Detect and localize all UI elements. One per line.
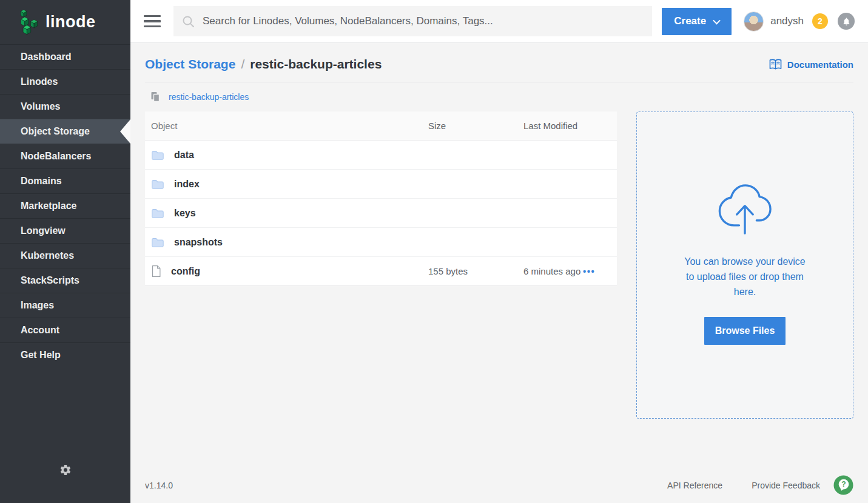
object-name-link[interactable]: config	[171, 266, 200, 277]
sidebar-item-label: Longview	[21, 225, 66, 236]
breadcrumb-object-storage-link[interactable]: Object Storage	[145, 57, 235, 71]
object-table: Object Size Last Modified data	[145, 112, 617, 286]
bucket-link-row: restic-backup-articles	[145, 92, 853, 102]
sidebar-item-label: Account	[21, 325, 59, 335]
sidebar-nav: DashboardLinodesVolumesObject StorageNod…	[0, 44, 130, 367]
linode-logo[interactable]: linode	[0, 0, 130, 44]
sidebar: linode DashboardLinodesVolumesObject Sto…	[0, 0, 130, 503]
table-header-row: Object Size Last Modified	[145, 112, 617, 141]
table-row: keys	[145, 199, 617, 228]
bucket-name-link[interactable]: restic-backup-articles	[169, 92, 249, 102]
notifications-bell-button[interactable]	[838, 13, 855, 30]
avatar[interactable]	[744, 12, 764, 32]
page-content: Object Storage/restic-backup-articles Do…	[130, 43, 868, 419]
app-root: linode DashboardLinodesVolumesObject Sto…	[0, 0, 868, 503]
sidebar-item[interactable]: Volumes	[0, 94, 130, 119]
notification-badge[interactable]: 2	[812, 13, 828, 29]
api-reference-link[interactable]: API Reference	[667, 481, 722, 490]
linode-logo-icon	[18, 8, 40, 36]
sidebar-item-label: Kubernetes	[21, 250, 74, 261]
sidebar-item[interactable]: Images	[0, 293, 130, 318]
row-actions-menu-button[interactable]: •••	[583, 266, 595, 276]
app-version: v1.14.0	[145, 481, 173, 490]
settings-gear-button[interactable]	[59, 464, 72, 479]
table-row: snapshots	[145, 228, 617, 257]
sidebar-item-label: Object Storage	[21, 126, 90, 136]
sidebar-item-label: Images	[21, 300, 54, 310]
create-button[interactable]: Create	[662, 8, 732, 35]
browse-files-button[interactable]: Browse Files	[704, 317, 786, 345]
sidebar-item[interactable]: Dashboard	[0, 44, 130, 69]
linode-logo-text: linode	[45, 13, 96, 32]
documentation-link[interactable]: Documentation	[769, 59, 853, 70]
top-bar: Create andysh 2	[130, 0, 868, 43]
sidebar-item-label: Marketplace	[21, 201, 77, 211]
help-button[interactable]: ?	[833, 475, 853, 495]
sidebar-item[interactable]: Linodes	[0, 69, 130, 94]
book-icon	[769, 59, 782, 70]
table-row: config 155 bytes 6 minutes ago •••	[145, 257, 617, 286]
create-button-label: Create	[674, 15, 706, 27]
sidebar-item-label: NodeBalancers	[21, 151, 92, 161]
chevron-down-icon	[713, 16, 721, 24]
sidebar-item[interactable]: Object Storage	[0, 119, 130, 144]
column-header-size: Size	[428, 121, 523, 131]
column-header-object: Object	[145, 121, 428, 131]
page-title: restic-backup-articles	[250, 57, 382, 71]
svg-text:?: ?	[841, 480, 846, 488]
sidebar-item[interactable]: Kubernetes	[0, 243, 130, 268]
upload-dropzone[interactable]: You can browse your device to upload fil…	[636, 112, 853, 419]
object-name-link[interactable]: data	[174, 150, 194, 161]
footer: v1.14.0 API Reference Provide Feedback ?	[145, 475, 853, 495]
object-name-link[interactable]: keys	[174, 208, 196, 219]
sidebar-item-label: Get Help	[21, 350, 61, 360]
folder-icon	[151, 236, 164, 248]
gear-icon	[59, 464, 72, 476]
sidebar-item-label: StackScripts	[21, 275, 79, 285]
provide-feedback-link[interactable]: Provide Feedback	[752, 481, 820, 490]
sidebar-item[interactable]: Account	[0, 318, 130, 342]
file-icon	[151, 265, 161, 278]
sidebar-item[interactable]: Marketplace	[0, 193, 130, 218]
object-size: 155 bytes	[428, 266, 523, 276]
object-last-modified: 6 minutes ago	[523, 266, 583, 276]
bell-icon	[842, 17, 851, 26]
sidebar-item[interactable]: Longview	[0, 218, 130, 243]
sidebar-item-label: Dashboard	[21, 52, 72, 62]
folder-icon	[151, 149, 164, 161]
sidebar-item-label: Linodes	[21, 76, 58, 87]
content-columns: Object Size Last Modified data	[145, 112, 853, 419]
object-name-link[interactable]: snapshots	[174, 237, 223, 248]
sidebar-item[interactable]: Domains	[0, 168, 130, 193]
breadcrumb-separator: /	[241, 57, 244, 71]
object-name-link[interactable]: index	[174, 179, 200, 190]
header-divider	[145, 82, 853, 82]
main-area: Create andysh 2 Object Storage/restic-ba…	[130, 0, 868, 503]
breadcrumb-row: Object Storage/restic-backup-articles Do…	[145, 43, 853, 72]
folder-icon	[151, 207, 164, 219]
breadcrumb: Object Storage/restic-backup-articles	[145, 57, 382, 72]
search-input[interactable]	[203, 15, 652, 27]
sidebar-item[interactable]: StackScripts	[0, 268, 130, 293]
username[interactable]: andysh	[770, 15, 804, 27]
sidebar-item-label: Volumes	[21, 101, 61, 112]
sidebar-item-label: Domains	[21, 176, 62, 186]
search-bar[interactable]	[173, 6, 652, 36]
table-row: index	[145, 170, 617, 199]
copy-icon[interactable]	[150, 92, 160, 102]
sidebar-item[interactable]: Get Help	[0, 342, 130, 367]
documentation-label: Documentation	[787, 59, 853, 70]
upload-message: You can browse your device to upload fil…	[679, 254, 810, 299]
table-row: data	[145, 141, 617, 170]
folder-icon	[151, 178, 164, 190]
help-question-icon: ?	[833, 475, 853, 495]
sidebar-item[interactable]: NodeBalancers	[0, 144, 130, 168]
column-header-last-modified: Last Modified	[523, 121, 583, 131]
cloud-upload-icon	[713, 178, 776, 238]
menu-button[interactable]	[144, 15, 161, 28]
search-icon	[182, 15, 195, 28]
table-body: data index	[145, 141, 617, 286]
